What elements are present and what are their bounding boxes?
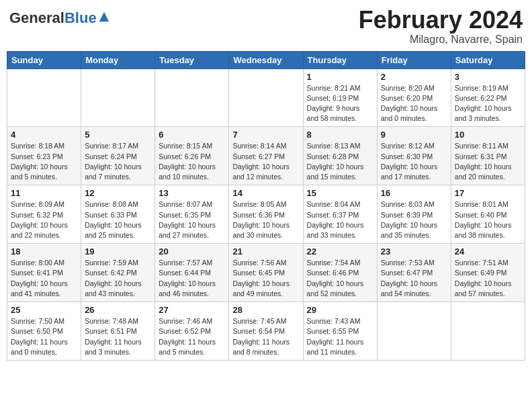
day-number: 19 [85,246,151,257]
calendar-cell: 5Sunrise: 8:17 AM Sunset: 6:24 PM Daylig… [81,127,155,185]
day-info: Sunrise: 8:04 AM Sunset: 6:37 PM Dayligh… [307,199,373,240]
day-number: 25 [11,305,77,315]
weekday-header-friday: Friday [377,51,451,68]
day-number: 1 [307,72,373,82]
calendar-cell: 20Sunrise: 7:57 AM Sunset: 6:44 PM Dayli… [155,244,229,302]
calendar-cell: 9Sunrise: 8:12 AM Sunset: 6:30 PM Daylig… [377,127,451,185]
month-year-title: February 2024 [359,7,523,34]
day-info: Sunrise: 8:03 AM Sunset: 6:39 PM Dayligh… [381,199,447,240]
day-number: 14 [232,188,299,198]
calendar-cell: 27Sunrise: 7:46 AM Sunset: 6:52 PM Dayli… [155,302,229,361]
day-info: Sunrise: 8:12 AM Sunset: 6:30 PM Dayligh… [381,141,447,182]
logo-blue: Blue [64,9,97,26]
weekday-header-row: SundayMondayTuesdayWednesdayThursdayFrid… [7,51,525,68]
calendar-cell [451,302,525,361]
calendar-table: SundayMondayTuesdayWednesdayThursdayFrid… [7,51,525,361]
day-info: Sunrise: 8:07 AM Sunset: 6:35 PM Dayligh… [159,199,225,240]
day-number: 22 [307,246,373,257]
calendar-cell: 26Sunrise: 7:48 AM Sunset: 6:51 PM Dayli… [81,302,155,361]
page-header: GeneralBlue February 2024 Milagro, Navar… [7,7,525,46]
day-info: Sunrise: 8:20 AM Sunset: 6:20 PM Dayligh… [381,83,447,124]
calendar-week-1: 1Sunrise: 8:21 AM Sunset: 6:19 PM Daylig… [7,68,525,127]
calendar-cell: 12Sunrise: 8:08 AM Sunset: 6:33 PM Dayli… [81,185,155,244]
calendar-cell: 6Sunrise: 8:15 AM Sunset: 6:26 PM Daylig… [155,127,229,185]
day-info: Sunrise: 7:56 AM Sunset: 6:45 PM Dayligh… [232,258,299,299]
day-info: Sunrise: 8:15 AM Sunset: 6:26 PM Dayligh… [159,141,225,182]
calendar-week-2: 4Sunrise: 8:18 AM Sunset: 6:23 PM Daylig… [7,127,525,185]
calendar-week-5: 25Sunrise: 7:50 AM Sunset: 6:50 PM Dayli… [7,302,525,361]
day-number: 17 [455,188,521,198]
calendar-cell: 28Sunrise: 7:45 AM Sunset: 6:54 PM Dayli… [229,302,303,361]
calendar-cell: 24Sunrise: 7:51 AM Sunset: 6:49 PM Dayli… [451,244,525,302]
day-info: Sunrise: 8:14 AM Sunset: 6:27 PM Dayligh… [232,141,299,182]
title-block: February 2024 Milagro, Navarre, Spain [359,7,523,46]
day-info: Sunrise: 8:18 AM Sunset: 6:23 PM Dayligh… [11,141,77,182]
calendar-cell: 16Sunrise: 8:03 AM Sunset: 6:39 PM Dayli… [377,185,451,244]
day-info: Sunrise: 8:05 AM Sunset: 6:36 PM Dayligh… [232,199,299,240]
day-info: Sunrise: 7:53 AM Sunset: 6:47 PM Dayligh… [381,258,447,299]
location-subtitle: Milagro, Navarre, Spain [359,34,523,46]
day-info: Sunrise: 8:01 AM Sunset: 6:40 PM Dayligh… [455,199,521,240]
day-info: Sunrise: 8:13 AM Sunset: 6:28 PM Dayligh… [307,141,373,182]
day-info: Sunrise: 8:11 AM Sunset: 6:31 PM Dayligh… [455,141,521,182]
day-number: 6 [159,130,225,140]
logo-icon [98,11,110,23]
calendar-cell: 2Sunrise: 8:20 AM Sunset: 6:20 PM Daylig… [377,68,451,127]
day-info: Sunrise: 8:08 AM Sunset: 6:33 PM Dayligh… [85,199,151,240]
weekday-header-tuesday: Tuesday [155,51,229,68]
day-info: Sunrise: 8:00 AM Sunset: 6:41 PM Dayligh… [11,258,77,299]
calendar-cell: 23Sunrise: 7:53 AM Sunset: 6:47 PM Dayli… [377,244,451,302]
calendar-cell: 10Sunrise: 8:11 AM Sunset: 6:31 PM Dayli… [451,127,525,185]
calendar-cell: 13Sunrise: 8:07 AM Sunset: 6:35 PM Dayli… [155,185,229,244]
weekday-header-sunday: Sunday [7,51,81,68]
logo-general: General [9,9,64,26]
weekday-header-thursday: Thursday [303,51,377,68]
calendar-cell: 8Sunrise: 8:13 AM Sunset: 6:28 PM Daylig… [303,127,377,185]
calendar-week-4: 18Sunrise: 8:00 AM Sunset: 6:41 PM Dayli… [7,244,525,302]
calendar-week-3: 11Sunrise: 8:09 AM Sunset: 6:32 PM Dayli… [7,185,525,244]
calendar-cell: 18Sunrise: 8:00 AM Sunset: 6:41 PM Dayli… [7,244,81,302]
day-info: Sunrise: 7:46 AM Sunset: 6:52 PM Dayligh… [159,316,225,357]
calendar-cell: 21Sunrise: 7:56 AM Sunset: 6:45 PM Dayli… [229,244,303,302]
day-number: 2 [381,72,447,82]
calendar-cell: 22Sunrise: 7:54 AM Sunset: 6:46 PM Dayli… [303,244,377,302]
day-info: Sunrise: 8:21 AM Sunset: 6:19 PM Dayligh… [307,83,373,124]
calendar-cell [155,68,229,127]
day-number: 23 [381,246,447,257]
day-number: 15 [307,188,373,198]
calendar-cell: 17Sunrise: 8:01 AM Sunset: 6:40 PM Dayli… [451,185,525,244]
logo: GeneralBlue [9,11,110,26]
day-number: 12 [85,188,151,198]
day-number: 9 [381,130,447,140]
day-info: Sunrise: 8:17 AM Sunset: 6:24 PM Dayligh… [85,141,151,182]
calendar-cell: 3Sunrise: 8:19 AM Sunset: 6:22 PM Daylig… [451,68,525,127]
day-number: 16 [381,188,447,198]
calendar-cell [7,68,81,127]
day-number: 13 [159,188,225,198]
day-number: 5 [85,130,151,140]
day-info: Sunrise: 7:50 AM Sunset: 6:50 PM Dayligh… [11,316,77,357]
day-info: Sunrise: 8:19 AM Sunset: 6:22 PM Dayligh… [455,83,521,124]
day-info: Sunrise: 7:57 AM Sunset: 6:44 PM Dayligh… [159,258,225,299]
calendar-cell: 7Sunrise: 8:14 AM Sunset: 6:27 PM Daylig… [229,127,303,185]
day-number: 7 [232,130,299,140]
calendar-cell [229,68,303,127]
calendar-cell: 11Sunrise: 8:09 AM Sunset: 6:32 PM Dayli… [7,185,81,244]
calendar-cell: 15Sunrise: 8:04 AM Sunset: 6:37 PM Dayli… [303,185,377,244]
calendar-cell: 1Sunrise: 8:21 AM Sunset: 6:19 PM Daylig… [303,68,377,127]
day-info: Sunrise: 7:59 AM Sunset: 6:42 PM Dayligh… [85,258,151,299]
calendar-cell: 4Sunrise: 8:18 AM Sunset: 6:23 PM Daylig… [7,127,81,185]
day-number: 11 [11,188,77,198]
calendar-cell: 25Sunrise: 7:50 AM Sunset: 6:50 PM Dayli… [7,302,81,361]
calendar-cell [377,302,451,361]
day-number: 18 [11,246,77,257]
calendar-cell: 14Sunrise: 8:05 AM Sunset: 6:36 PM Dayli… [229,185,303,244]
svg-marker-0 [99,12,108,21]
weekday-header-saturday: Saturday [451,51,525,68]
day-info: Sunrise: 7:54 AM Sunset: 6:46 PM Dayligh… [307,258,373,299]
day-number: 10 [455,130,521,140]
day-info: Sunrise: 7:43 AM Sunset: 6:55 PM Dayligh… [307,316,373,357]
day-number: 28 [232,305,299,315]
day-number: 27 [159,305,225,315]
day-number: 20 [159,246,225,257]
